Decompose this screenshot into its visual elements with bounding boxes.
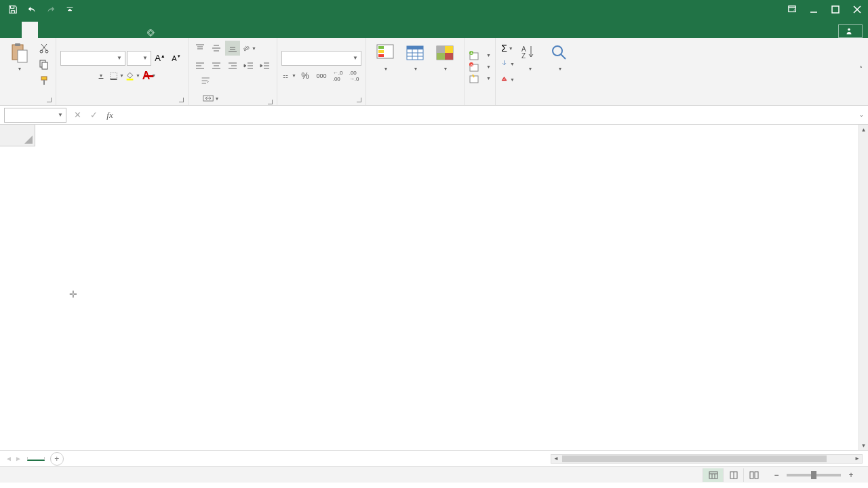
alignment-launcher[interactable] xyxy=(266,98,274,106)
number-launcher[interactable] xyxy=(355,96,363,104)
minimize-button[interactable] xyxy=(803,0,825,19)
format-as-table-button[interactable]: ▼ xyxy=(400,41,430,73)
align-middle-button[interactable] xyxy=(209,41,224,56)
paste-button[interactable]: ▼ xyxy=(4,41,34,73)
svg-rect-7 xyxy=(18,50,27,62)
font-size-combo[interactable]: ▼ xyxy=(127,51,151,66)
undo-button[interactable] xyxy=(24,2,39,17)
close-button[interactable] xyxy=(846,0,868,19)
borders-button[interactable]: ▼ xyxy=(109,68,124,83)
name-box[interactable]: ▼ xyxy=(4,108,66,123)
orientation-button[interactable]: ab▼ xyxy=(241,41,256,56)
vertical-scrollbar[interactable]: ▲ ▼ xyxy=(859,125,868,450)
scroll-left-button[interactable]: ◄ xyxy=(551,455,561,462)
ribbon-options-button[interactable] xyxy=(781,0,803,19)
tab-pagelayout[interactable] xyxy=(54,22,71,38)
cell-styles-button[interactable]: ▼ xyxy=(430,41,460,73)
quick-access-toolbar xyxy=(0,2,83,17)
sheet-nav-next[interactable]: ► xyxy=(15,455,22,462)
accounting-format-button[interactable]: ⚏▼ xyxy=(281,68,296,83)
formula-input[interactable] xyxy=(121,108,854,123)
decrease-font-button[interactable]: A▼ xyxy=(169,51,184,66)
normal-view-button[interactable] xyxy=(703,468,723,482)
cell-cursor-icon: ✛ xyxy=(69,289,77,300)
scroll-down-button[interactable]: ▼ xyxy=(859,441,868,450)
tab-view[interactable] xyxy=(119,22,136,38)
svg-text:ab: ab xyxy=(242,44,250,53)
scroll-right-button[interactable]: ► xyxy=(852,455,862,462)
tell-me-search[interactable] xyxy=(136,28,833,38)
copy-button[interactable] xyxy=(37,57,52,72)
collapse-ribbon-button[interactable]: ˄ xyxy=(859,65,863,73)
increase-indent-button[interactable] xyxy=(258,58,273,73)
align-right-button[interactable] xyxy=(225,58,240,73)
italic-button[interactable] xyxy=(77,68,92,83)
merge-center-button[interactable]: ▼ xyxy=(197,91,225,106)
increase-decimal-button[interactable]: ←.0.00 xyxy=(330,68,345,83)
horizontal-scrollbar[interactable]: ◄ ► xyxy=(551,454,863,464)
svg-rect-12 xyxy=(41,77,47,80)
format-cells-button[interactable]: ▼ xyxy=(469,73,491,84)
tab-file[interactable] xyxy=(5,22,22,38)
expand-formula-bar-button[interactable]: ⌄ xyxy=(854,112,868,118)
format-painter-button[interactable] xyxy=(37,73,52,88)
page-break-view-button[interactable] xyxy=(743,468,764,482)
font-color-button[interactable]: A▼ xyxy=(142,68,157,83)
clear-button[interactable]: ▼ xyxy=(500,72,515,87)
sheet-tab[interactable] xyxy=(27,457,45,461)
add-sheet-button[interactable]: + xyxy=(50,452,64,466)
decrease-decimal-button[interactable]: .00→.0 xyxy=(347,68,361,83)
qat-customize-button[interactable] xyxy=(62,2,77,17)
align-left-button[interactable] xyxy=(193,58,208,73)
conditional-formatting-button[interactable]: ▼ xyxy=(370,41,400,73)
zoom-slider[interactable] xyxy=(787,474,841,476)
autosum-button[interactable]: Σ▼ xyxy=(500,41,515,56)
underline-button[interactable]: ▼ xyxy=(93,68,108,83)
maximize-button[interactable] xyxy=(825,0,846,19)
align-bottom-button[interactable] xyxy=(225,41,240,56)
page-layout-view-button[interactable] xyxy=(723,468,743,482)
increase-font-button[interactable]: A▲ xyxy=(153,51,167,66)
comma-button[interactable]: 000 xyxy=(314,68,329,83)
insert-function-button[interactable]: fx xyxy=(103,108,117,122)
percent-button[interactable]: % xyxy=(298,68,313,83)
font-launcher[interactable] xyxy=(177,96,185,104)
zoom-in-button[interactable]: + xyxy=(845,470,857,480)
enter-formula-button[interactable]: ✓ xyxy=(87,108,100,122)
bold-button[interactable] xyxy=(60,68,75,83)
tab-formulas[interactable] xyxy=(71,22,87,38)
spreadsheet-grid[interactable]: ▲ ▼ ✛ xyxy=(0,125,868,450)
clipboard-launcher[interactable] xyxy=(45,96,53,104)
wrap-text-button[interactable] xyxy=(197,73,216,88)
tab-data[interactable] xyxy=(87,22,103,38)
tab-insert[interactable] xyxy=(38,22,54,38)
cancel-formula-button[interactable]: ✕ xyxy=(71,108,84,122)
cut-button[interactable] xyxy=(37,41,52,56)
number-format-combo[interactable]: ▼ xyxy=(281,51,361,66)
tab-start[interactable] xyxy=(22,22,38,38)
scroll-up-button[interactable]: ▲ xyxy=(859,125,868,134)
tab-review[interactable] xyxy=(103,22,119,38)
insert-cells-button[interactable]: +▼ xyxy=(469,50,491,61)
zoom-out-button[interactable]: − xyxy=(770,470,783,480)
delete-cells-button[interactable]: ×▼ xyxy=(469,62,491,73)
share-button[interactable] xyxy=(838,24,863,38)
svg-rect-20 xyxy=(378,46,384,49)
find-select-button[interactable]: ▼ xyxy=(545,41,574,73)
svg-text:+: + xyxy=(470,50,473,56)
ribbon: ▼ ▼ ▼ A▲ A▼ ▼ ▼ ▼ A▼ xyxy=(0,38,868,106)
select-all-corner[interactable] xyxy=(0,125,35,146)
svg-rect-11 xyxy=(42,62,47,69)
sort-filter-button[interactable]: AZ ▼ xyxy=(515,41,545,73)
fill-color-button[interactable]: ▼ xyxy=(125,68,140,83)
redo-button[interactable] xyxy=(43,2,58,17)
decrease-indent-button[interactable] xyxy=(241,58,256,73)
save-button[interactable] xyxy=(5,2,20,17)
font-name-combo[interactable]: ▼ xyxy=(60,51,125,66)
fill-button[interactable]: ▼ xyxy=(500,56,515,71)
hscroll-thumb[interactable] xyxy=(562,455,827,462)
align-center-button[interactable] xyxy=(209,58,224,73)
align-top-button[interactable] xyxy=(193,41,208,56)
ribbon-tabs xyxy=(0,19,868,38)
sheet-nav-prev[interactable]: ◄ xyxy=(5,455,12,462)
